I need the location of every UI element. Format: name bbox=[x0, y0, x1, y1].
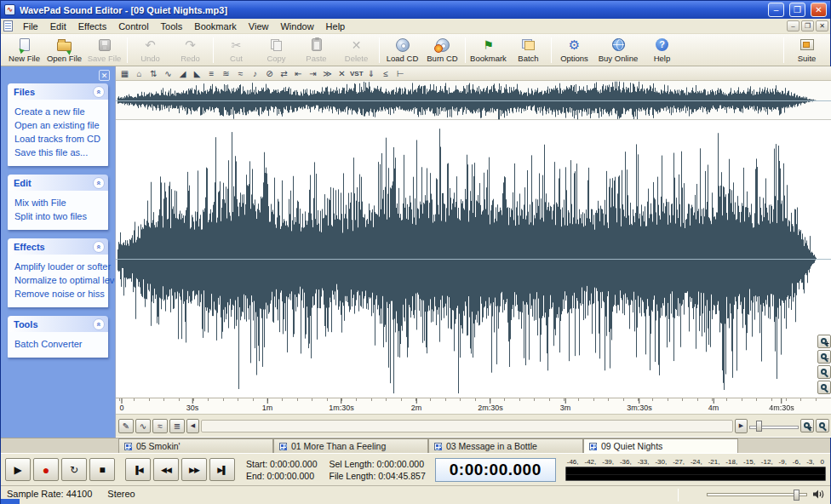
wave-view-button[interactable]: ∿ bbox=[135, 419, 151, 433]
new-file-button[interactable]: New File bbox=[4, 35, 44, 65]
draw-tool-button[interactable]: ✎ bbox=[118, 419, 134, 433]
zoom-in-button[interactable]: + bbox=[800, 419, 814, 432]
voice-reduction-icon[interactable]: ⇓ bbox=[365, 67, 378, 79]
tools-panel-header[interactable]: Tools « bbox=[8, 316, 108, 332]
child-minimize-button[interactable]: – bbox=[787, 20, 799, 32]
tab-03-message-in-a-bottle[interactable]: 03 Message in a Bottle bbox=[428, 438, 583, 453]
dual-view-button[interactable]: ≣ bbox=[169, 419, 185, 433]
scrub-icon[interactable]: ⌂ bbox=[133, 67, 146, 79]
tab-05-smokin[interactable]: 05 Smokin' bbox=[118, 438, 273, 453]
reverb-icon[interactable]: ♪ bbox=[249, 67, 261, 79]
stop-button[interactable]: ■ bbox=[89, 458, 115, 481]
chevron-up-icon[interactable]: « bbox=[93, 86, 105, 98]
spectrum-view-button[interactable]: ≈ bbox=[152, 419, 168, 433]
chevron-up-icon[interactable]: « bbox=[93, 241, 105, 253]
edit-panel-header[interactable]: Edit « bbox=[8, 175, 108, 191]
link-remove-noise[interactable]: Remove noise or hiss bbox=[14, 287, 106, 301]
waveform-overview[interactable] bbox=[116, 81, 831, 120]
menu-edit[interactable]: Edit bbox=[44, 20, 72, 33]
menu-view[interactable]: View bbox=[243, 20, 275, 33]
zoom-selection-button[interactable] bbox=[817, 381, 831, 394]
main-waveform-canvas[interactable] bbox=[116, 120, 831, 398]
title-bar[interactable]: ∿ WavePad Sound Editor - [09 Quiet Night… bbox=[1, 1, 830, 19]
scroll-left-button[interactable]: ◀ bbox=[186, 419, 199, 433]
effects-menu-icon[interactable]: ▦ bbox=[118, 67, 131, 79]
files-panel-header[interactable]: Files « bbox=[8, 83, 108, 100]
batch-button[interactable]: Batch bbox=[508, 35, 548, 65]
tab-01-more-than-a-feeling[interactable]: 01 More Than a Feeling bbox=[273, 438, 428, 453]
speaker-icon[interactable] bbox=[812, 489, 825, 500]
delete-selection-icon[interactable]: ✕ bbox=[335, 67, 348, 79]
horizontal-scrollbar[interactable] bbox=[201, 420, 733, 432]
help-button[interactable]: ? Help bbox=[642, 35, 682, 65]
tab-09-quiet-nights[interactable]: 09 Quiet Nights bbox=[583, 438, 738, 453]
fade-in-icon[interactable]: ◢ bbox=[176, 67, 189, 79]
normalize-icon[interactable]: ≡ bbox=[205, 67, 218, 79]
link-load-tracks-cd[interactable]: Load tracks from CD bbox=[14, 132, 106, 146]
copy-button[interactable]: Copy bbox=[256, 35, 296, 65]
zoom-slider[interactable] bbox=[749, 420, 799, 432]
redo-button[interactable]: ↷ Redo bbox=[170, 35, 210, 65]
fade-out-icon[interactable]: ◣ bbox=[191, 67, 203, 79]
menu-file[interactable]: File bbox=[17, 20, 44, 33]
open-file-button[interactable]: Open File bbox=[44, 35, 84, 65]
child-close-button[interactable]: ✕ bbox=[816, 20, 828, 32]
link-split-two-files[interactable]: Split into two files bbox=[14, 209, 106, 223]
bookmark-button[interactable]: ⚑ Bookmark bbox=[468, 35, 508, 65]
zoom-out-button[interactable]: − bbox=[817, 350, 831, 364]
link-normalize[interactable]: Normalize to optimal level bbox=[14, 273, 106, 287]
load-cd-button[interactable]: Load CD bbox=[382, 35, 422, 65]
speed-change-icon[interactable]: ≫ bbox=[321, 67, 334, 79]
maximize-button[interactable]: ❐ bbox=[789, 3, 805, 17]
marker-icon[interactable]: ⊢ bbox=[394, 67, 407, 79]
go-to-start-button[interactable]: ▐◀ bbox=[125, 458, 151, 481]
suite-button[interactable]: Suite bbox=[787, 35, 827, 65]
cut-button[interactable]: ✂ Cut bbox=[216, 35, 256, 65]
link-amplify[interactable]: Amplify louder or softer bbox=[14, 260, 106, 273]
volume-slider[interactable] bbox=[707, 493, 807, 496]
record-button[interactable]: ● bbox=[33, 458, 59, 481]
zoom-in-button[interactable]: + bbox=[817, 335, 831, 348]
link-create-new-file[interactable]: Create a new file bbox=[14, 105, 106, 118]
trim-end-icon[interactable]: ⇥ bbox=[307, 67, 319, 79]
menu-window[interactable]: Window bbox=[274, 20, 319, 33]
link-save-file-as[interactable]: Save this file as... bbox=[14, 146, 106, 159]
fast-forward-button[interactable]: ▶▶ bbox=[181, 458, 207, 481]
link-mix-with-file[interactable]: Mix with File bbox=[14, 196, 106, 209]
paste-button[interactable]: Paste bbox=[296, 35, 336, 65]
burn-cd-button[interactable]: Burn CD bbox=[422, 35, 462, 65]
amplify-icon[interactable]: ⇅ bbox=[147, 67, 160, 79]
menu-bookmark[interactable]: Bookmark bbox=[188, 20, 243, 33]
menu-control[interactable]: Control bbox=[112, 20, 154, 33]
volume-slider-thumb[interactable] bbox=[794, 490, 799, 501]
zoom-full-button[interactable] bbox=[817, 365, 831, 379]
waveform-view[interactable]: + − bbox=[116, 120, 831, 398]
reverse-icon[interactable]: ⇄ bbox=[278, 67, 290, 79]
envelope-icon[interactable]: ∿ bbox=[162, 67, 175, 79]
equalizer-icon[interactable]: ≋ bbox=[220, 67, 232, 79]
zoom-slider-thumb[interactable] bbox=[756, 421, 762, 432]
close-button[interactable]: ✕ bbox=[811, 3, 827, 17]
level-threshold-icon[interactable]: ≤ bbox=[380, 67, 393, 79]
menu-help[interactable]: Help bbox=[320, 20, 352, 33]
silence-icon[interactable]: ⊘ bbox=[263, 67, 276, 79]
go-to-end-button[interactable]: ▶▌ bbox=[209, 458, 235, 481]
zoom-selection-button[interactable] bbox=[816, 419, 829, 432]
child-restore-button[interactable]: ❐ bbox=[801, 20, 814, 32]
overview-waveform-canvas[interactable] bbox=[116, 81, 831, 120]
delete-button[interactable]: ✕ Delete bbox=[336, 35, 376, 65]
sidebar-close-icon[interactable]: ✕ bbox=[99, 70, 110, 81]
chevron-up-icon[interactable]: « bbox=[93, 177, 105, 189]
document-icon[interactable] bbox=[3, 20, 13, 32]
vst-plugin-icon[interactable]: VST bbox=[350, 67, 364, 79]
options-button[interactable]: ⚙ Options bbox=[554, 35, 594, 65]
buy-online-button[interactable]: Buy Online bbox=[594, 35, 642, 65]
undo-button[interactable]: ↶ Undo bbox=[130, 35, 170, 65]
link-open-existing-file[interactable]: Open an existing file bbox=[14, 118, 106, 132]
time-ruler[interactable]: 0 30s 1m 1m:30s 2m 2m:30s 3m 3m:30s 4m 4… bbox=[116, 398, 831, 415]
scroll-right-button[interactable]: ▶ bbox=[735, 419, 748, 433]
rewind-button[interactable]: ◀◀ bbox=[153, 458, 179, 481]
loop-button[interactable]: ↻ bbox=[61, 458, 87, 481]
minimize-button[interactable]: – bbox=[768, 3, 784, 17]
menu-tools[interactable]: Tools bbox=[155, 20, 189, 33]
